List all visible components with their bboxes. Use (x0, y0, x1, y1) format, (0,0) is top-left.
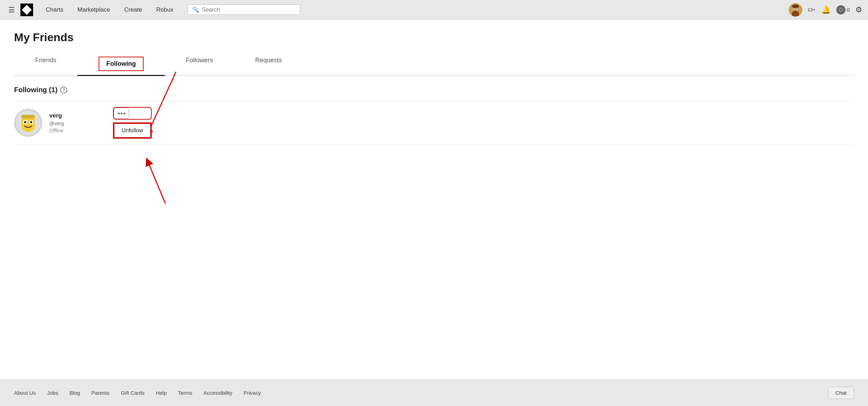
help-icon[interactable]: ? (60, 87, 67, 94)
search-input[interactable] (202, 7, 296, 13)
search-bar[interactable]: 🔍 (188, 5, 300, 15)
nav-create[interactable]: Create (117, 6, 149, 13)
svg-rect-18 (21, 115, 35, 119)
footer-help[interactable]: Help (156, 390, 167, 396)
notifications-bell[interactable]: 🔔 (821, 5, 831, 14)
age-badge: 13+ (808, 7, 816, 12)
user-info: verg @verg Offline (49, 112, 64, 133)
tab-friends[interactable]: Friends (14, 52, 77, 75)
tab-following[interactable]: Following (77, 52, 165, 75)
svg-rect-7 (797, 9, 797, 9)
avatar[interactable] (789, 3, 802, 17)
main-content: My Friends Friends Following Followers R… (0, 20, 868, 379)
search-icon: 🔍 (192, 6, 199, 13)
tab-requests[interactable]: Requests (234, 52, 303, 75)
dot2 (121, 113, 122, 114)
tabs-wrapper: Friends Following Followers Requests (14, 52, 854, 76)
following-highlight-box: Following (99, 57, 144, 71)
settings-gear-icon[interactable]: ⚙ (855, 5, 862, 14)
dot1 (118, 113, 120, 114)
currency-display[interactable]: ⬡ 0 (836, 5, 850, 14)
chat-button[interactable]: Chat (828, 387, 854, 399)
footer-accessibility[interactable]: Accessibility (203, 390, 232, 396)
svg-rect-6 (794, 9, 794, 9)
nav-charts[interactable]: Charts (39, 6, 70, 13)
unfollow-button-box: Unfollow (113, 122, 151, 139)
unfollow-button[interactable]: Unfollow (114, 123, 151, 138)
footer-jobs[interactable]: Jobs (47, 390, 58, 396)
dot3 (124, 113, 125, 114)
tab-followers[interactable]: Followers (165, 52, 234, 75)
user-avatar (14, 109, 42, 137)
user-handle: @verg (49, 121, 64, 126)
svg-line-10 (148, 161, 165, 204)
user-avatar-image (16, 110, 40, 135)
logo-diamond (22, 5, 32, 14)
footer-privacy[interactable]: Privacy (244, 390, 261, 396)
hamburger-menu[interactable]: ☰ (6, 3, 18, 17)
section-heading: Following (1) ? (14, 86, 854, 94)
currency-amount: 0 (847, 7, 850, 13)
nav-right: 13+ 🔔 ⬡ 0 ⚙ (789, 3, 862, 17)
footer-gift-cards[interactable]: Gift Cards (121, 390, 145, 396)
footer-about-us[interactable]: About Us (14, 390, 36, 396)
user-name: verg (49, 112, 64, 119)
navbar: ☰ Charts Marketplace Create Robux 🔍 (0, 0, 868, 20)
nav-marketplace[interactable]: Marketplace (70, 6, 117, 13)
more-button-box (113, 107, 151, 120)
user-card: verg @verg Offline Unfollow (14, 101, 854, 145)
robux-icon: ⬡ (836, 5, 845, 14)
footer-terms[interactable]: Terms (178, 390, 193, 396)
more-options-button[interactable] (114, 108, 129, 119)
user-status: Offline (49, 128, 64, 133)
footer: About Us Jobs Blog Parents Gift Cards He… (0, 379, 868, 406)
section-title-text: Following (1) (14, 86, 57, 94)
svg-rect-16 (30, 121, 32, 123)
page-title: My Friends (14, 31, 854, 44)
avatar-image (789, 3, 802, 17)
footer-blog[interactable]: Blog (69, 390, 80, 396)
svg-rect-15 (24, 121, 26, 123)
tabs: Friends Following Followers Requests (14, 52, 854, 76)
footer-parents[interactable]: Parents (91, 390, 109, 396)
svg-rect-2 (792, 12, 799, 17)
roblox-logo[interactable] (20, 4, 33, 16)
annotation-arrows (14, 52, 854, 264)
following-section: Following (1) ? (14, 86, 854, 145)
svg-point-3 (792, 5, 799, 8)
svg-point-17 (25, 128, 32, 132)
nav-links: Charts Marketplace Create Robux (39, 6, 181, 13)
nav-robux[interactable]: Robux (149, 6, 181, 13)
user-actions: Unfollow (113, 107, 151, 139)
